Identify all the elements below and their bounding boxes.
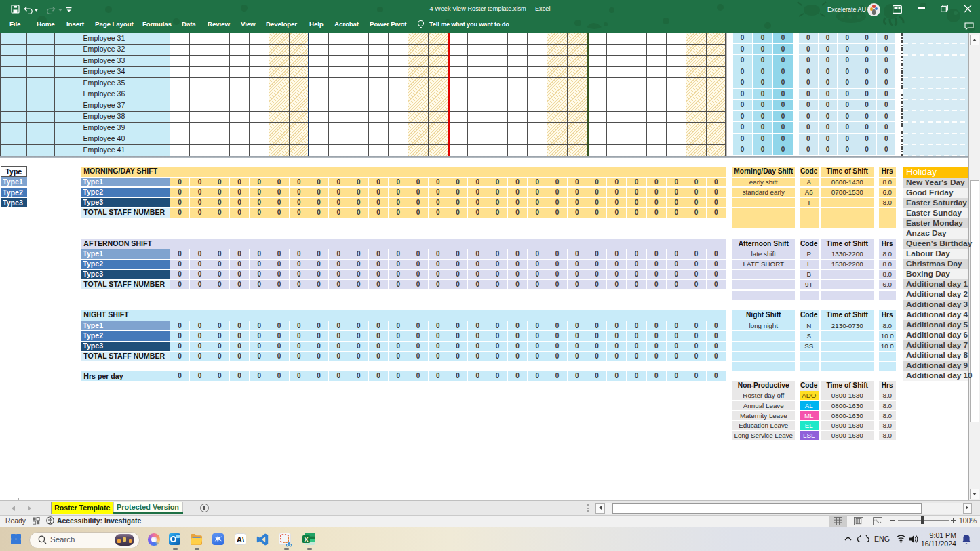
svg-text:X: X — [304, 536, 308, 543]
